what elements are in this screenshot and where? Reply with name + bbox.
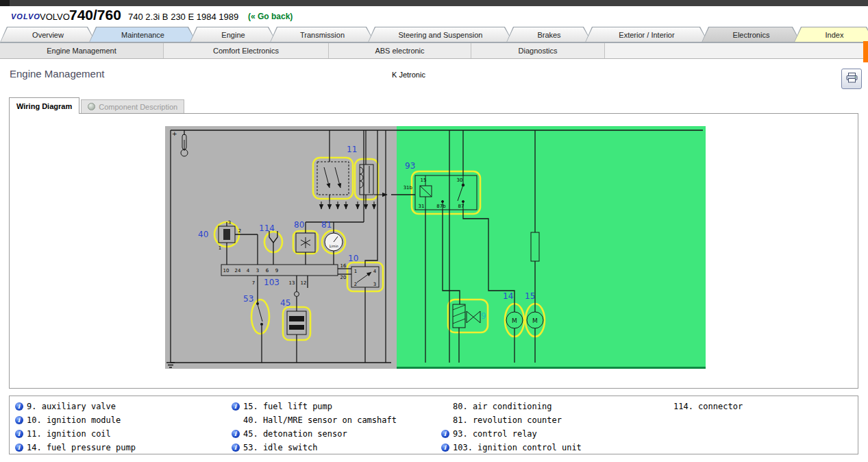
icu-pin: 20	[340, 275, 347, 280]
legend-item: 81. revolution counter	[440, 413, 660, 427]
legend-item-label: 11. ignition coil	[27, 429, 111, 439]
legend-item: 40. Hall/MRE sensor on camshaft	[230, 413, 440, 427]
legend-item-label: 9. auxiliary valve	[27, 402, 116, 411]
orange-marker	[863, 41, 868, 62]
legend-item-label: 114. connector	[673, 402, 743, 411]
tab-engine-label: Engine	[190, 27, 276, 42]
info-icon[interactable]: i	[15, 402, 23, 411]
label-45: 45	[280, 298, 290, 308]
tab-overview-label: Overview	[1, 27, 95, 42]
icu-pin: 12	[301, 280, 307, 286]
legend-item: i 11. ignition coil	[14, 427, 230, 441]
model-variant: 740 2.3i B 230 E 1984 1989	[128, 12, 238, 22]
legend-item: i 15. fuel lift pump	[230, 400, 440, 413]
legend-item-label: 14. fuel pressure pump	[27, 443, 136, 452]
legend-item: i 45. detonation sensor	[230, 427, 440, 441]
info-icon[interactable]: i	[15, 416, 23, 424]
info-icon[interactable]: i	[15, 443, 23, 452]
icu-pin: 10	[223, 268, 230, 273]
tab-maintenance-label: Maintenance	[90, 27, 196, 42]
label-14: 14	[503, 291, 513, 301]
legend-item-label: 93. control relay	[453, 429, 537, 439]
tab-component-description-label: Component Description	[99, 103, 177, 111]
tab-index[interactable]: Index	[794, 27, 868, 42]
titlebar-segment	[0, 0, 10, 6]
subtab-abs-electronic[interactable]: ABS electronic	[329, 43, 471, 58]
tab-wiring-diagram[interactable]: Wiring Diagram	[9, 97, 79, 114]
tab-brakes-label: Brakes	[507, 27, 591, 42]
component-revolution-counter[interactable]	[325, 233, 343, 251]
diagram-highlight-region	[397, 126, 706, 369]
legend-item-label: 80. air conditioning	[453, 402, 552, 411]
legend-item-label: 103. ignition control unit	[453, 443, 582, 452]
icu-pin: 16	[340, 263, 347, 269]
legend-column-2: i 15. fuel lift pump 40. Hall/MRE sensor…	[230, 400, 440, 454]
tab-electronics[interactable]: Electronics	[702, 27, 801, 42]
tab-transmission[interactable]: Transmission	[270, 27, 375, 42]
tab-component-description: Component Description	[81, 99, 184, 113]
tab-engine[interactable]: Engine	[190, 27, 277, 42]
icu-pin: 6	[266, 268, 269, 273]
window-titlebar	[0, 0, 868, 6]
printer-icon	[846, 73, 858, 86]
motor-m-label: M	[532, 317, 538, 324]
view-tab-bar: Wiring Diagram Component Description	[9, 97, 184, 114]
legend-column-1: i 9. auxiliary valve i 10. ignition modu…	[14, 400, 230, 454]
icu-pin: 7	[252, 280, 255, 286]
label-40: 40	[198, 230, 208, 239]
info-icon[interactable]: i	[232, 430, 240, 438]
legend-item-label: 15. fuel lift pump	[243, 402, 332, 411]
app-window: VOLVO VOLVO 740/760 740 2.3i B 230 E 198…	[0, 0, 868, 462]
gauge-unit-label: 1/min	[329, 245, 338, 248]
go-back-link[interactable]: (« Go back)	[248, 12, 293, 21]
relay-pin-31b: 31b	[404, 185, 413, 191]
tab-maintenance[interactable]: Maintenance	[89, 27, 197, 42]
label-114: 114	[259, 223, 275, 233]
module-pin: 4	[373, 269, 377, 274]
legend-item-label: 81. revolution counter	[453, 415, 562, 425]
label-53: 53	[243, 294, 253, 304]
sphere-icon	[88, 103, 95, 110]
label-15: 15	[525, 291, 535, 301]
tab-exterior-interior[interactable]: Exterior / Interior	[585, 27, 708, 42]
sensor40-pin: 3	[228, 220, 231, 226]
info-icon[interactable]: i	[441, 430, 449, 438]
wiring-diagram: 11 93 40 114 80 81 10 103 53 45 9 14 15 …	[165, 126, 706, 369]
brand-label: VOLVO	[40, 12, 70, 22]
subtab-engine-management[interactable]: Engine Management	[0, 43, 164, 58]
legend-item-label: 45. detonation sensor	[243, 429, 347, 439]
tab-steering-suspension[interactable]: Steering and Suspension	[368, 27, 513, 42]
legend-item: i 93. control relay	[440, 427, 660, 441]
relay-pin-15: 15	[421, 178, 427, 183]
print-button[interactable]	[841, 69, 862, 89]
sub-tab-bar-filler	[605, 43, 868, 58]
label-10: 10	[348, 254, 358, 263]
plus-label: +	[172, 130, 177, 137]
tab-transmission-label: Transmission	[271, 27, 374, 42]
legend-item-label: 10. ignition module	[27, 415, 121, 425]
tab-overview[interactable]: Overview	[0, 27, 96, 42]
info-icon[interactable]: i	[441, 443, 449, 452]
legend-item: i 14. fuel pressure pump	[14, 441, 230, 454]
module-pin: 1	[354, 269, 357, 274]
info-icon[interactable]: i	[15, 430, 23, 438]
info-icon[interactable]: i	[232, 443, 240, 452]
legend-item: 114. connector	[660, 400, 854, 413]
legend-item: i 103. ignition control unit	[440, 441, 660, 454]
tab-exterior-interior-label: Exterior / Interior	[586, 27, 708, 42]
tab-steering-suspension-label: Steering and Suspension	[369, 27, 512, 42]
info-icon[interactable]: i	[232, 402, 240, 411]
subtab-comfort-electronics[interactable]: Comfort Electronics	[164, 43, 329, 58]
legend-item-label: 40. Hall/MRE sensor on camshaft	[243, 415, 397, 425]
tab-electronics-label: Electronics	[702, 27, 800, 42]
legend-item-label: 53. idle switch	[243, 443, 317, 452]
label-80: 80	[294, 220, 304, 230]
system-label: K Jetronic	[392, 71, 425, 79]
relay-pin-87: 87	[458, 204, 464, 209]
subtab-diagnostics[interactable]: Diagnostics	[471, 43, 605, 58]
diagram-panel: 11 93 40 114 80 81 10 103 53 45 9 14 15 …	[9, 113, 858, 389]
tab-brakes[interactable]: Brakes	[506, 27, 592, 42]
relay-pin-30: 30	[457, 178, 463, 183]
icu-pin: 13	[289, 280, 295, 286]
relay-pin-87b: 87b	[436, 204, 446, 209]
